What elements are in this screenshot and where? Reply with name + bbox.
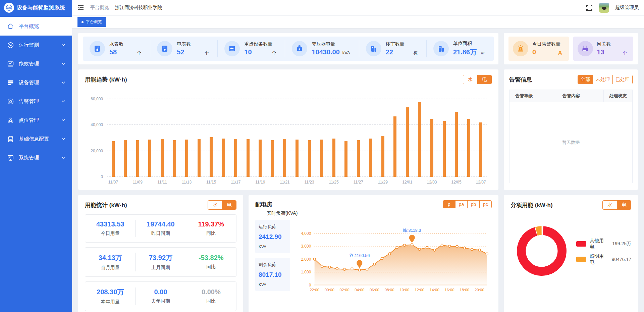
bar-11/15[interactable] — [210, 137, 213, 177]
bar-12/04[interactable] — [443, 121, 446, 177]
x-axis-label: 12/07 — [475, 180, 487, 185]
bar-11/07[interactable] — [112, 141, 115, 177]
sidebar-item-monitor[interactable]: 运行监测 — [0, 36, 72, 54]
bar-series — [107, 99, 487, 177]
energy-stats-panel: 用能统计 (kW·h) 水电 43313.53今日用量19744.40昨日同期1… — [78, 195, 243, 312]
bar-11/24[interactable] — [320, 140, 323, 177]
phase-tab-pb[interactable]: pb — [467, 201, 479, 208]
trend-toggle-电[interactable]: 电 — [477, 75, 491, 84]
bar-11/17[interactable] — [234, 139, 237, 177]
bar-11/27[interactable] — [357, 140, 360, 177]
svg-text:16:00: 16:00 — [445, 288, 455, 292]
bar-11/08[interactable] — [124, 140, 127, 177]
bar-11/16[interactable] — [222, 139, 225, 177]
sidebar-collapse-icon[interactable] — [77, 5, 84, 11]
sidebar-item-devices[interactable]: 设备管理 — [0, 73, 72, 92]
legend-item-1[interactable]: 照明用电90476.17 — [576, 253, 631, 265]
breadcrumb-platform[interactable]: 平台概览 — [90, 5, 109, 11]
stat-value: 13 — [597, 48, 604, 56]
bar-11/30[interactable] — [393, 116, 396, 177]
bar-11/20[interactable] — [271, 140, 274, 177]
x-axis-label: 12/03 — [426, 180, 438, 185]
electric-meter-icon — [157, 41, 172, 56]
legend-item-0[interactable]: 其他用电199.25万 — [576, 238, 631, 250]
avatar[interactable] — [599, 3, 609, 13]
sidebar-item-overview[interactable]: 平台概览 — [0, 17, 72, 36]
bar-11/14[interactable] — [198, 139, 201, 177]
phase-tab-pc[interactable]: pc — [479, 201, 491, 208]
trend-toggle-水[interactable]: 水 — [463, 75, 477, 84]
svg-text:06:00: 06:00 — [370, 288, 380, 292]
x-axis-label: 11/19 — [254, 180, 267, 185]
svg-text:20:00: 20:00 — [475, 288, 485, 292]
bar-11/29[interactable] — [381, 136, 384, 177]
x-axis-label: 11/07 — [107, 180, 119, 185]
x-axis-label: 11/23 — [303, 180, 316, 185]
bar-11/28[interactable] — [369, 139, 372, 177]
energy-stat: 0.00去年同期 — [135, 288, 185, 305]
tab-platform-overview[interactable]: 平台概览 — [77, 17, 106, 27]
alarm-table-empty: 暂无数据 — [509, 102, 632, 183]
x-axis-label: 11/13 — [180, 180, 193, 185]
bar-11/19[interactable] — [259, 140, 262, 177]
system-icon — [7, 154, 14, 161]
tab-active-dot — [82, 21, 84, 23]
energy-trend-panel: 用能趋势 (kW·h) 水电 020,00040,00060,000 11/07… — [78, 69, 498, 190]
stat-value: 22 — [386, 48, 393, 56]
devices-icon — [7, 79, 14, 86]
sidebar-item-label: 能效管理 — [19, 61, 39, 67]
energy-stats-toggle-水[interactable]: 水 — [208, 201, 222, 209]
x-axis-label: 11/17 — [229, 180, 242, 185]
sidebar-item-baseinfo[interactable]: 基础信息配置 — [0, 129, 72, 148]
bar-12/03[interactable] — [430, 119, 433, 177]
bar-11/22[interactable] — [296, 140, 299, 177]
bar-12/01[interactable] — [406, 107, 409, 177]
energy-stat-value: 119.37% — [187, 220, 235, 228]
bar-12/05[interactable] — [455, 112, 458, 177]
bar-11/25[interactable] — [332, 139, 335, 177]
phase-tab-pa[interactable]: pa — [455, 201, 467, 208]
x-axis-label — [119, 180, 132, 185]
energy-stat-value: 43313.53 — [87, 220, 134, 228]
phase-tab-p[interactable]: p — [443, 201, 455, 208]
bar-11/09[interactable] — [136, 140, 139, 177]
bar-11/13[interactable] — [185, 140, 188, 177]
load-value: 2412.90 — [259, 233, 287, 241]
stat-unit: 个 — [204, 50, 209, 56]
bar-11/21[interactable] — [283, 139, 286, 177]
breadcrumb-organization[interactable]: 浙江同济科技职业学院 — [115, 5, 162, 11]
energy-stats-toggle-电[interactable]: 电 — [222, 201, 236, 209]
x-axis-label — [193, 180, 205, 185]
chevron-down-icon — [61, 156, 65, 160]
bar-11/26[interactable] — [344, 141, 347, 177]
alarm-tab-全部[interactable]: 全部 — [578, 75, 593, 84]
sub-energy-title: 分项用能 (kW·h) — [511, 201, 553, 209]
alarm-tab-已处理[interactable]: 已处理 — [612, 75, 632, 84]
fullscreen-icon[interactable] — [586, 5, 593, 11]
svg-text:峰:3118.3: 峰:3118.3 — [403, 228, 421, 233]
bar-12/06[interactable] — [467, 119, 470, 177]
sub-energy-toggle-电[interactable]: 电 — [617, 201, 631, 209]
sub-energy-toggle-水[interactable]: 水 — [603, 201, 617, 209]
bar-11/10[interactable] — [148, 140, 151, 177]
bar-11/12[interactable] — [173, 140, 176, 177]
building-icon — [366, 41, 381, 56]
alarm-tab-未处理[interactable]: 未处理 — [593, 75, 612, 84]
energy-trend-toggle: 水电 — [463, 75, 492, 84]
sidebar-item-points[interactable]: 点位管理 — [0, 111, 72, 129]
energy-stat-label: 同比 — [187, 298, 235, 304]
svg-text:02:00: 02:00 — [340, 288, 350, 292]
transformer-icon — [292, 41, 307, 56]
sub-energy-legend: 其他用电199.25万照明用电90476.17 — [576, 238, 631, 265]
bar-11/18[interactable] — [247, 139, 250, 177]
sidebar-item-system[interactable]: 系统管理 — [0, 148, 72, 167]
stat-card-1: 电表数52个 — [150, 40, 217, 57]
stat-value: 58 — [109, 48, 117, 56]
bar-12/07[interactable] — [479, 122, 482, 177]
bar-11/11[interactable] — [161, 139, 164, 177]
svg-text:1,000: 1,000 — [301, 270, 311, 274]
sidebar-item-efficiency[interactable]: 能效管理 — [0, 54, 72, 73]
bar-12/02[interactable] — [418, 102, 421, 177]
bar-11/23[interactable] — [308, 140, 311, 177]
sidebar-item-alarm[interactable]: 告警管理 — [0, 92, 72, 111]
